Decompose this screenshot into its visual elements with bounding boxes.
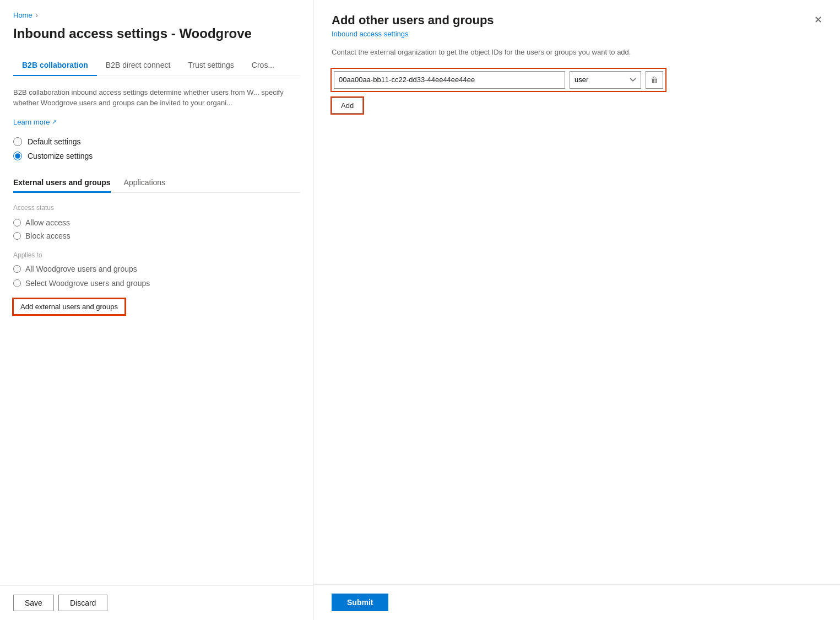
breadcrumb-home[interactable]: Home bbox=[13, 11, 32, 19]
add-external-users-button[interactable]: Add external users and groups bbox=[13, 299, 125, 315]
select-users-radio[interactable] bbox=[13, 279, 21, 287]
panel-subtitle: Inbound access settings bbox=[332, 30, 822, 38]
save-button[interactable]: Save bbox=[13, 595, 54, 611]
settings-radio-group: Default settings Customize settings bbox=[13, 137, 300, 160]
external-link-icon: ↗ bbox=[52, 118, 57, 126]
all-users-label: All Woodgrove users and groups bbox=[25, 265, 137, 273]
applies-to-section: Applies to All Woodgrove users and group… bbox=[13, 251, 300, 288]
all-users-radio[interactable] bbox=[13, 265, 21, 273]
tab-cross[interactable]: Cros... bbox=[243, 55, 283, 76]
tab-b2b-direct-connect[interactable]: B2B direct connect bbox=[97, 55, 180, 76]
default-settings-option[interactable]: Default settings bbox=[13, 137, 300, 146]
allow-access-radio[interactable] bbox=[13, 219, 21, 227]
type-select[interactable]: user group bbox=[570, 71, 641, 89]
learn-more-link[interactable]: Learn more ↗ bbox=[13, 118, 57, 126]
submit-button[interactable]: Submit bbox=[332, 594, 388, 611]
add-row-button[interactable]: Add bbox=[332, 98, 363, 114]
tab-trust-settings[interactable]: Trust settings bbox=[179, 55, 243, 76]
customize-settings-radio[interactable] bbox=[13, 152, 22, 160]
panel-description: Contact the external organization to get… bbox=[332, 47, 706, 58]
sub-tab-applications[interactable]: Applications bbox=[124, 174, 166, 193]
select-users-label: Select Woodgrove users and groups bbox=[25, 279, 150, 288]
block-access-radio[interactable] bbox=[13, 232, 21, 240]
access-status-label: Access status bbox=[13, 204, 300, 212]
default-settings-label: Default settings bbox=[28, 137, 81, 146]
page-title: Inbound access settings - Woodgrove bbox=[13, 26, 300, 42]
object-id-row: user group 🗑 bbox=[332, 69, 665, 91]
main-tabs: B2B collaboration B2B direct connect Tru… bbox=[13, 55, 300, 76]
customize-settings-label: Customize settings bbox=[28, 152, 93, 160]
access-options: Allow access Block access bbox=[13, 218, 300, 240]
block-access-option[interactable]: Block access bbox=[13, 231, 300, 240]
all-users-option[interactable]: All Woodgrove users and groups bbox=[13, 265, 300, 273]
allow-access-option[interactable]: Allow access bbox=[13, 218, 300, 227]
description-text: B2B collaboration inbound access setting… bbox=[13, 87, 300, 109]
default-settings-radio[interactable] bbox=[13, 137, 22, 146]
applies-to-options: All Woodgrove users and groups Select Wo… bbox=[13, 265, 300, 288]
sub-tabs: External users and groups Applications bbox=[13, 174, 300, 193]
delete-icon: 🗑 bbox=[651, 76, 658, 84]
applies-to-label: Applies to bbox=[13, 251, 300, 259]
object-id-input[interactable] bbox=[334, 71, 565, 89]
discard-button[interactable]: Discard bbox=[58, 595, 107, 611]
select-users-option[interactable]: Select Woodgrove users and groups bbox=[13, 279, 300, 288]
bottom-actions: Save Discard bbox=[0, 585, 313, 620]
breadcrumb: Home › bbox=[13, 11, 300, 19]
delete-row-button[interactable]: 🗑 bbox=[646, 71, 663, 89]
customize-settings-option[interactable]: Customize settings bbox=[13, 152, 300, 160]
left-panel: Home › Inbound access settings - Woodgro… bbox=[0, 0, 314, 620]
close-icon: ✕ bbox=[814, 14, 822, 26]
block-access-label: Block access bbox=[25, 231, 71, 240]
allow-access-label: Allow access bbox=[25, 218, 70, 227]
breadcrumb-separator: › bbox=[36, 12, 38, 19]
close-button[interactable]: ✕ bbox=[809, 11, 827, 29]
panel-title: Add other users and groups bbox=[332, 13, 822, 28]
right-panel: ✕ Add other users and groups Inbound acc… bbox=[314, 0, 840, 620]
tab-b2b-collaboration[interactable]: B2B collaboration bbox=[13, 55, 97, 76]
panel-footer: Submit bbox=[314, 584, 840, 620]
sub-tab-external-users[interactable]: External users and groups bbox=[13, 174, 111, 193]
